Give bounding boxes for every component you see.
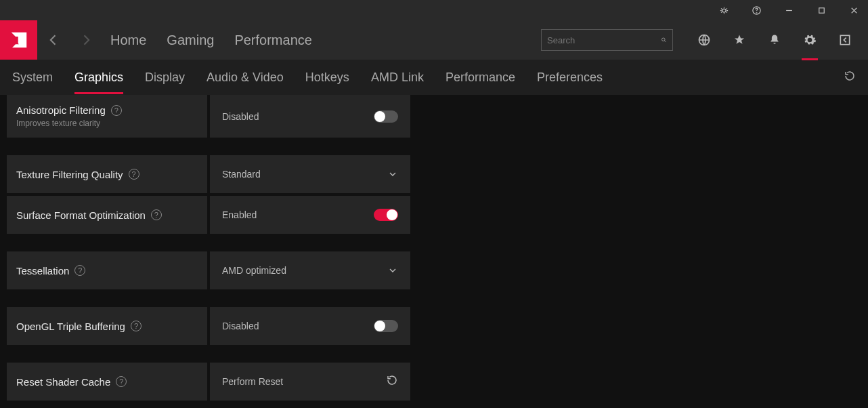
help-icon[interactable]: ? bbox=[129, 169, 139, 180]
svg-point-0 bbox=[722, 9, 726, 12]
topbar: Home Gaming Performance bbox=[0, 20, 868, 60]
label-text: Reset Shader Cache bbox=[16, 376, 110, 388]
row-anisotropic: Anisotropic Filtering ? Improves texture… bbox=[7, 95, 861, 138]
label-shadercache: Reset Shader Cache ? bbox=[7, 363, 207, 401]
bell-icon[interactable] bbox=[757, 26, 792, 54]
search-box[interactable] bbox=[541, 29, 673, 51]
tab-audio-video[interactable]: Audio & Video bbox=[207, 61, 284, 94]
button-shadercache[interactable]: Perform Reset bbox=[210, 363, 410, 401]
label-text: Surface Format Optimization bbox=[16, 209, 146, 221]
exit-icon[interactable] bbox=[827, 26, 863, 54]
svg-rect-10 bbox=[840, 35, 849, 44]
help-icon[interactable]: ? bbox=[74, 265, 85, 276]
value-text: Enabled bbox=[222, 209, 257, 220]
chevron-down-icon bbox=[387, 265, 398, 276]
help-icon[interactable]: ? bbox=[131, 321, 142, 331]
top-nav: Home Gaming Performance bbox=[110, 33, 312, 48]
star-icon[interactable] bbox=[722, 26, 757, 54]
nav-home[interactable]: Home bbox=[110, 33, 146, 48]
top-icons bbox=[687, 26, 863, 54]
help-icon[interactable]: ? bbox=[116, 376, 127, 387]
search-input[interactable] bbox=[547, 35, 661, 45]
row-texfilter: Texture Filtering Quality ? Standard bbox=[7, 155, 861, 193]
tab-graphics[interactable]: Graphics bbox=[74, 61, 123, 94]
label-anisotropic: Anisotropic Filtering ? Improves texture… bbox=[7, 95, 207, 138]
row-tessellation: Tessellation ? AMD optimized bbox=[7, 251, 861, 289]
row-ogl: OpenGL Triple Buffering ? Disabled bbox=[7, 307, 861, 345]
tab-hotkeys[interactable]: Hotkeys bbox=[305, 61, 349, 94]
label-text: Tessellation bbox=[16, 265, 69, 277]
help-icon[interactable]: ? bbox=[111, 105, 122, 116]
forward-button[interactable] bbox=[70, 26, 102, 54]
graphics-settings: Anisotropic Filtering ? Improves texture… bbox=[0, 95, 868, 408]
chevron-down-icon bbox=[387, 169, 398, 180]
value-text: Perform Reset bbox=[222, 376, 283, 387]
reset-all-icon[interactable] bbox=[844, 70, 856, 85]
tab-performance[interactable]: Performance bbox=[446, 61, 515, 94]
label-text: Texture Filtering Quality bbox=[16, 169, 123, 180]
help-icon[interactable]: ? bbox=[151, 209, 162, 220]
label-text: OpenGL Triple Buffering bbox=[16, 321, 125, 332]
label-tessellation: Tessellation ? bbox=[7, 251, 207, 289]
value-text: Disabled bbox=[222, 321, 259, 331]
back-button[interactable] bbox=[37, 26, 70, 54]
row-shadercache: Reset Shader Cache ? Perform Reset bbox=[7, 363, 861, 401]
titlebar bbox=[0, 0, 868, 20]
label-surfopt: Surface Format Optimization ? bbox=[7, 196, 207, 234]
gear-icon[interactable] bbox=[792, 26, 827, 54]
toggle-ogl[interactable] bbox=[374, 320, 398, 332]
tab-display[interactable]: Display bbox=[145, 61, 185, 94]
svg-rect-4 bbox=[819, 7, 824, 13]
label-text: Anisotropic Filtering bbox=[16, 104, 106, 116]
amd-logo[interactable] bbox=[0, 20, 37, 60]
nav-performance[interactable]: Performance bbox=[234, 33, 312, 48]
label-ogl: OpenGL Triple Buffering ? bbox=[7, 307, 207, 345]
value-anisotropic: Disabled bbox=[210, 95, 410, 138]
value-surfopt: Enabled bbox=[210, 196, 410, 234]
maximize-button[interactable] bbox=[811, 0, 831, 20]
label-texfilter: Texture Filtering Quality ? bbox=[7, 155, 207, 193]
search-icon bbox=[661, 35, 667, 45]
settings-tabs: System Graphics Display Audio & Video Ho… bbox=[0, 60, 868, 95]
label-desc: Improves texture clarity bbox=[16, 119, 198, 128]
tab-amd-link[interactable]: AMD Link bbox=[371, 61, 424, 94]
value-ogl: Disabled bbox=[210, 307, 410, 345]
value-text: AMD optimized bbox=[222, 265, 286, 276]
value-text: Standard bbox=[222, 169, 261, 180]
svg-point-7 bbox=[662, 38, 666, 41]
toggle-surfopt[interactable] bbox=[374, 209, 398, 221]
dropdown-tessellation[interactable]: AMD optimized bbox=[210, 251, 410, 289]
minimize-button[interactable] bbox=[779, 0, 799, 20]
close-button[interactable] bbox=[844, 0, 864, 20]
web-icon[interactable] bbox=[687, 26, 722, 54]
bug-icon[interactable] bbox=[714, 0, 734, 20]
row-surfopt: Surface Format Optimization ? Enabled bbox=[7, 196, 861, 234]
nav-gaming[interactable]: Gaming bbox=[167, 33, 214, 48]
help-icon[interactable] bbox=[746, 0, 766, 20]
value-text: Disabled bbox=[222, 111, 259, 122]
reset-icon bbox=[386, 374, 398, 389]
toggle-anisotropic[interactable] bbox=[374, 110, 398, 123]
svg-line-8 bbox=[665, 41, 666, 42]
tab-system[interactable]: System bbox=[12, 61, 53, 94]
tab-preferences[interactable]: Preferences bbox=[537, 61, 603, 94]
dropdown-texfilter[interactable]: Standard bbox=[210, 155, 410, 193]
svg-point-2 bbox=[756, 12, 757, 13]
